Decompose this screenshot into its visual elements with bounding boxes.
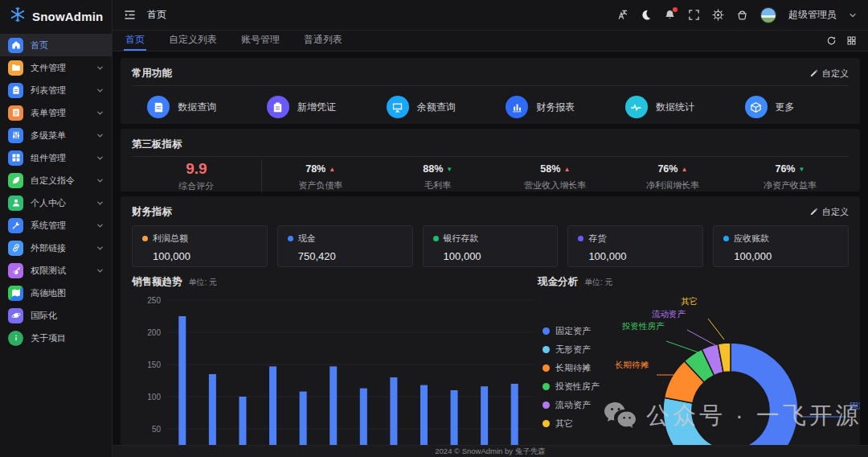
sidebar-item-files[interactable]: 文件管理 — [0, 56, 112, 79]
legend-item[interactable]: 无形资产 — [542, 344, 600, 356]
legend-label: 无形资产 — [555, 344, 591, 356]
quick-item-data-query[interactable]: 数据查询 — [147, 96, 235, 118]
legend-label: 其它 — [555, 418, 573, 430]
legend-item[interactable]: 固定资产 — [542, 325, 600, 337]
tab-normal-list[interactable]: 普通列表 — [302, 31, 344, 51]
quick-item-financial-report[interactable]: 财务报表 — [506, 96, 594, 118]
chevron-down-icon — [96, 177, 104, 184]
layout-grid-icon[interactable] — [846, 35, 857, 46]
sidebar-item-label: 自定义指令 — [31, 175, 89, 187]
pie-label-fixed-assets: 固定... — [850, 401, 860, 412]
trend-arrow-icon: ▲ — [563, 166, 570, 173]
customize-link[interactable]: 自定义 — [809, 68, 849, 80]
sidebar-item-components[interactable]: 组件管理 — [0, 146, 112, 169]
sidebar-item-home[interactable]: 首页 — [0, 34, 112, 56]
sidebar-item-i18n[interactable]: 国际化 — [0, 304, 112, 327]
cube-icon — [745, 96, 768, 118]
legend-dot — [542, 327, 550, 335]
leaf-icon — [8, 173, 23, 188]
sidebar-item-label: 关于项目 — [31, 332, 104, 344]
sidebar-nav: 首页 文件管理 列表管理 表单管理 多级菜单 — [0, 32, 112, 457]
finance-card-bank-deposit[interactable]: 银行存款 100,000 — [423, 225, 559, 267]
moon-icon[interactable] — [640, 9, 652, 21]
legend-item[interactable]: 投资性房产 — [542, 381, 600, 393]
quick-item-label: 余额查询 — [417, 101, 456, 114]
tab-custom-list[interactable]: 自定义列表 — [167, 31, 219, 51]
score-value: 9.9 — [132, 160, 261, 178]
theme-bucket-icon[interactable] — [736, 9, 748, 21]
legend-label: 投资性房产 — [555, 381, 600, 393]
quick-item-label: 数据查询 — [178, 101, 216, 114]
app-logo[interactable]: SnowAdmin — [0, 0, 112, 32]
pie-label-liquid-assets: 流动资产 — [652, 309, 686, 320]
finance-card-label: 利润总额 — [153, 233, 188, 245]
username[interactable]: 超级管理员 — [788, 8, 837, 22]
finance-card-receivables[interactable]: 应收账款 100,000 — [713, 225, 849, 267]
quick-item-label: 数据统计 — [656, 101, 694, 114]
sidebar-item-amap[interactable]: 高德地图 — [0, 282, 112, 304]
trend-arrow-icon: ▲ — [329, 166, 335, 173]
breadcrumb[interactable]: 首页 — [147, 8, 166, 22]
main-column: 首页 超级管理员 首页 自定义列表 账号管理 普通列表 — [113, 0, 868, 457]
finance-card-total-profit[interactable]: 利润总额 100,000 — [132, 225, 268, 267]
quick-item-balance-query[interactable]: 余额查询 — [387, 96, 475, 118]
sidebar-item-multilevel-menu[interactable]: 多级菜单 — [0, 124, 112, 146]
svg-text:250: 250 — [147, 296, 161, 305]
chevron-down-icon — [96, 200, 104, 207]
stat-value: 88% — [423, 163, 443, 175]
sidebar-item-external-links[interactable]: 外部链接 — [0, 237, 112, 259]
pencil-icon — [809, 69, 818, 78]
legend-label: 流动资产 — [555, 399, 591, 411]
user-icon — [8, 196, 23, 211]
footer: 2024 © SnowAdmin by 兔子先森 — [113, 445, 868, 457]
bell-icon[interactable] — [664, 9, 676, 21]
menu-fold-icon[interactable] — [124, 9, 136, 21]
sidebar-item-about[interactable]: 关于项目 — [0, 327, 112, 349]
sidebar-item-label: 文件管理 — [31, 62, 89, 74]
sidebar-item-permission-test[interactable]: 权限测试 — [0, 259, 112, 282]
sidebar-item-system[interactable]: 系统管理 — [0, 214, 112, 237]
finance-card-value: 100,000 — [444, 250, 548, 262]
legend-item[interactable]: 长期待摊 — [542, 362, 600, 374]
sidebar-item-lists[interactable]: 列表管理 — [0, 79, 112, 101]
sidebar-item-profile[interactable]: 个人中心 — [0, 191, 112, 214]
sidebar-item-label: 组件管理 — [31, 152, 89, 164]
avatar[interactable] — [760, 7, 776, 23]
tab-home[interactable]: 首页 — [124, 31, 146, 51]
chevron-down-icon[interactable] — [849, 11, 857, 19]
stat-column: 78%▲ 资产负债率 — [262, 161, 379, 191]
gear-icon[interactable] — [712, 9, 724, 21]
sidebar-item-forms[interactable]: 表单管理 — [0, 101, 112, 124]
finance-card-label: 银行存款 — [444, 233, 479, 245]
refresh-icon[interactable] — [826, 35, 837, 46]
snowadmin-app: SnowAdmin 首页 文件管理 列表管理 表单管理 — [0, 0, 868, 457]
customize-link[interactable]: 自定义 — [809, 206, 849, 218]
sidebar-item-custom-directives[interactable]: 自定义指令 — [0, 169, 112, 191]
grid-icon — [8, 150, 23, 166]
fullscreen-icon[interactable] — [688, 9, 700, 21]
quick-functions-card: 常用功能 自定义 数据查询 新增凭证 — [121, 58, 860, 124]
translate-icon[interactable] — [616, 9, 628, 21]
finance-card-value: 100,000 — [588, 250, 693, 262]
sidebar-item-label: 首页 — [31, 39, 104, 51]
sidebar-item-label: 表单管理 — [31, 107, 89, 119]
stat-column: 76%▲ 净利润增长率 — [614, 161, 731, 191]
pie-label-investment-property: 投资性房产 — [622, 321, 665, 332]
legend-item[interactable]: 流动资产 — [542, 399, 600, 411]
quick-item-new-voucher[interactable]: 新增凭证 — [267, 96, 355, 118]
stat-value: 58% — [540, 163, 560, 175]
finance-card-label: 应收账款 — [734, 233, 769, 245]
tab-account-management[interactable]: 账号管理 — [240, 31, 281, 51]
planet-icon — [8, 308, 23, 323]
legend-dot — [542, 420, 550, 427]
quick-item-more[interactable]: 更多 — [745, 96, 833, 118]
link-icon — [8, 241, 23, 256]
charts-row: 销售额趋势 单位: 元 25020015010050 现金分析 单位: 元 固定… — [132, 275, 849, 438]
info-icon — [8, 331, 23, 346]
finance-card-inventory[interactable]: 存货 100,000 — [567, 225, 703, 267]
finance-card-cash[interactable]: 现金 750,420 — [277, 225, 413, 267]
stat-label: 营业收入增长率 — [497, 179, 614, 191]
legend-item[interactable]: 其它 — [542, 418, 600, 430]
quick-item-data-statistics[interactable]: 数据统计 — [625, 96, 714, 118]
legend-dot — [542, 383, 550, 390]
